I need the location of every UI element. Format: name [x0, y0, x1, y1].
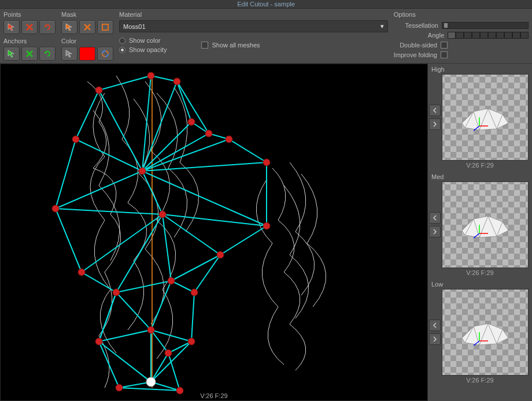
lod-low-label: Low [429, 280, 531, 289]
svg-point-27 [146, 377, 156, 387]
lod-med-prev-button[interactable] [429, 212, 441, 224]
lod-med-stats: V:26 F:29 [429, 268, 531, 277]
show-opacity-label: Show opacity [129, 46, 167, 53]
svg-point-18 [116, 384, 123, 391]
material-selected: Moss01 [123, 23, 146, 30]
double-sided-label: Double-sided [400, 42, 437, 49]
lod-high-stats: V:26 F:29 [429, 161, 531, 170]
viewport-stats: V:26 F:29 [1, 391, 427, 400]
material-label: Material [119, 11, 388, 18]
tessellation-label: Tessellation [405, 22, 438, 29]
toolbar: Points Anchors Mask Co [0, 9, 532, 64]
lod-panel: High V:26 F:29 Med [428, 64, 532, 401]
anchors-select-button[interactable] [3, 47, 20, 61]
show-color-label: Show color [129, 37, 160, 44]
points-delete-button[interactable] [21, 20, 38, 34]
lod-high-preview[interactable] [442, 74, 529, 161]
radio-show-color[interactable]: Show color [119, 37, 167, 44]
radio-icon [119, 38, 125, 44]
lod-high-prev-button[interactable] [429, 105, 441, 116]
svg-point-20 [113, 289, 120, 296]
lod-med-next-button[interactable] [429, 226, 441, 237]
anchors-group: Anchors [3, 38, 56, 61]
svg-point-11 [263, 159, 270, 166]
anchors-delete-button[interactable] [21, 47, 38, 61]
svg-point-14 [191, 289, 198, 296]
svg-point-21 [78, 269, 85, 276]
anchors-refresh-button[interactable] [39, 47, 56, 61]
viewport[interactable]: V:26 F:29 [0, 64, 428, 401]
svg-point-16 [165, 350, 172, 357]
svg-point-6 [147, 72, 154, 79]
lod-med-block: Med V:26 F:29 [429, 172, 531, 277]
options-group: Options Tessellation Angle Double-sided … [394, 11, 529, 61]
svg-point-4 [72, 136, 79, 143]
lod-med-label: Med [429, 172, 531, 181]
points-label: Points [3, 11, 56, 18]
mask-rect-button[interactable] [97, 20, 113, 34]
checkbox-icon [201, 42, 208, 49]
svg-point-13 [217, 251, 224, 258]
lod-high-label: High [429, 65, 531, 74]
svg-point-22 [52, 205, 59, 212]
svg-point-8 [188, 118, 195, 125]
points-group: Points [3, 11, 56, 34]
svg-rect-0 [102, 24, 108, 30]
main-area: V:26 F:29 High V:26 F:29 Med [0, 64, 532, 401]
material-select[interactable]: Moss01 ▾ [119, 20, 388, 32]
material-group: Material Moss01 ▾ Show color Show opacit… [119, 11, 388, 61]
mask-select-button[interactable] [61, 20, 77, 34]
color-picker-button[interactable] [61, 47, 77, 61]
radio-show-opacity[interactable]: Show opacity [119, 46, 167, 53]
double-sided-checkbox[interactable] [441, 42, 448, 49]
color-label: Color [61, 38, 113, 44]
svg-point-26 [147, 326, 154, 333]
improve-folding-label: Improve folding [394, 51, 437, 58]
radio-icon [119, 47, 125, 53]
lod-low-block: Low V:26 F:29 [429, 280, 531, 385]
svg-point-25 [168, 277, 175, 284]
color-group: Color [61, 38, 113, 61]
window-title: Edit Cutout - sample [0, 0, 532, 9]
points-refresh-button[interactable] [39, 20, 56, 34]
lod-high-next-button[interactable] [429, 118, 441, 130]
svg-point-7 [173, 78, 180, 85]
lod-low-prev-button[interactable] [429, 320, 441, 331]
svg-point-12 [263, 222, 270, 229]
lod-low-next-button[interactable] [429, 333, 441, 345]
lod-med-preview[interactable] [442, 181, 529, 268]
mask-group: Mask [61, 11, 113, 34]
color-swatch[interactable] [79, 47, 95, 61]
svg-point-10 [226, 136, 232, 143]
show-all-meshes-label: Show all meshes [212, 42, 260, 49]
lod-low-preview[interactable] [442, 289, 529, 376]
mask-delete-button[interactable] [79, 20, 95, 34]
svg-point-24 [159, 211, 166, 218]
svg-point-5 [95, 87, 102, 94]
angle-label: Angle [428, 32, 444, 39]
color-wheel-button[interactable] [97, 47, 113, 61]
checkbox-show-all-meshes[interactable]: Show all meshes [201, 37, 260, 53]
chevron-down-icon: ▾ [380, 23, 384, 30]
anchors-label: Anchors [3, 38, 56, 44]
svg-point-15 [188, 338, 195, 345]
options-label: Options [394, 11, 529, 18]
angle-selector[interactable] [448, 32, 529, 39]
svg-point-23 [139, 168, 146, 174]
tessellation-slider[interactable] [442, 22, 529, 29]
svg-point-19 [95, 338, 102, 345]
mask-label: Mask [61, 11, 113, 18]
lod-high-block: High V:26 F:29 [429, 65, 531, 170]
points-select-button[interactable] [3, 20, 20, 34]
lod-low-stats: V:26 F:29 [429, 376, 531, 385]
svg-point-9 [205, 130, 212, 137]
improve-folding-checkbox[interactable] [441, 51, 448, 58]
